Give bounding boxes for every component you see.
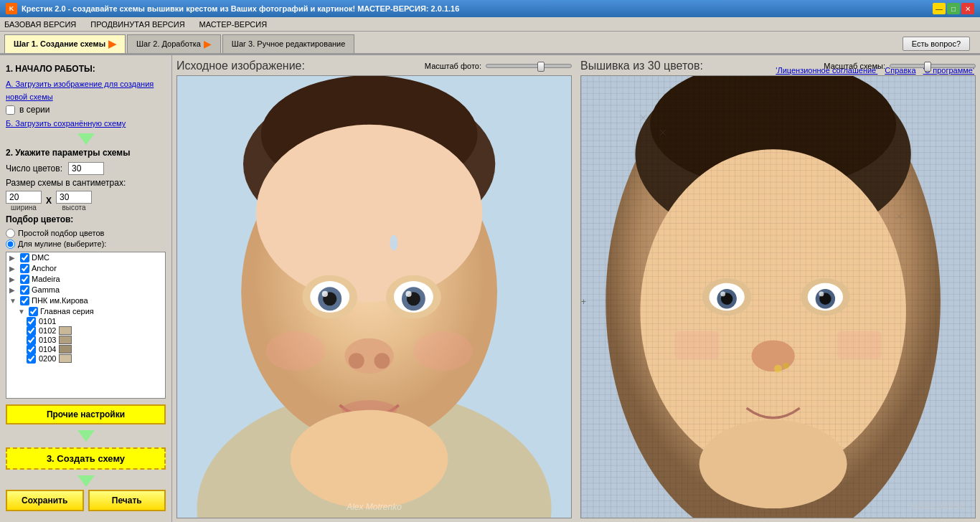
tab-step3-label: Шаг 3. Ручное редактирование [232,39,346,48]
dmc-checkbox[interactable] [20,253,29,262]
color-0103-checkbox[interactable] [27,336,36,345]
dmc-label: DMC [32,253,162,262]
size-width-sub: ширина [11,204,37,212]
size-height-input[interactable] [56,191,92,204]
pnk-checkbox[interactable] [20,296,29,305]
baby-photo-svg [177,76,571,518]
color-0102-swatch [59,326,72,335]
tab-arrow-1: ▶ [108,38,116,49]
svg-rect-41 [674,331,719,359]
load-new-anchor[interactable]: А. Загрузить изображение для создания но… [6,80,154,101]
left-slider-thumb[interactable] [537,62,545,72]
svg-point-15 [405,291,411,297]
size-width-input[interactable] [6,191,42,204]
madeira-checkbox[interactable] [20,275,29,284]
colors-count-label: Число цветов: [6,163,62,174]
right-scale-slider[interactable] [890,64,976,68]
menu-advanced-version[interactable]: ПРОДВИНУТАЯ ВЕРСИЯ [90,20,184,29]
thread-brand-madeira[interactable]: ▶ Madeira [6,274,165,285]
gamma-checkbox[interactable] [20,285,29,295]
create-scheme-button[interactable]: 3. Создать схему [6,447,166,470]
print-button[interactable]: Печать [88,490,166,511]
tab-step2[interactable]: Шаг 2. Доработка ▶ [127,34,221,53]
size-x-label: X [46,196,52,206]
color-0101-checkbox[interactable] [27,317,36,326]
step-arrow-1 [77,133,95,145]
minimize-button[interactable]: — [933,3,946,14]
load-saved-link[interactable]: Б. Загрузить сохранённую схему [6,119,126,128]
in-series-label: в серии [19,105,50,115]
plus-marker: + [581,297,586,307]
other-settings-button[interactable]: Прочие настройки [6,404,166,424]
title-bar-controls: — □ ✕ [933,3,974,14]
thread-list[interactable]: ▶ DMC ▶ Anchor ▶ Madeira ▶ Gamma [6,252,166,399]
radio-simple-item[interactable]: Простой подбор цветов [6,229,166,238]
thread-color-0104[interactable]: 0104 [6,345,165,354]
app-icon: K [6,3,17,14]
anchor-checkbox[interactable] [20,264,29,273]
svg-point-39 [819,291,824,296]
tab-step1-label: Шаг 1. Создание схемы [14,39,105,48]
colors-count-input[interactable] [68,162,104,175]
question-button[interactable]: Есть вопрос? [903,37,970,51]
color-0104-swatch [59,345,72,353]
color-0103-code: 0103 [39,336,56,344]
thread-color-0102[interactable]: 0102 [6,326,165,336]
images-container: Исходное изображение: Масштаб фото: [172,55,980,522]
thread-brand-pnk[interactable]: ▼ ПНК им.Кирова [6,295,165,306]
right-slider-thumb[interactable] [924,62,931,72]
thread-color-0101[interactable]: 0101 [6,317,165,326]
step1-title: 1. НАЧАЛО РАБОТЫ: [6,64,166,74]
thread-brand-gamma[interactable]: ▶ Gamma [6,285,165,295]
load-new-link[interactable]: А. Загрузить изображение для создания но… [6,78,166,103]
colors-count-row: Число цветов: [6,162,166,175]
in-series-row: в серии [6,105,166,115]
tab-step1[interactable]: Шаг 1. Создание схемы ▶ [4,34,126,53]
color-0102-checkbox[interactable] [27,326,36,336]
color-0102-code: 0102 [39,326,56,335]
close-button[interactable]: ✕ [961,3,974,14]
left-scale-slider[interactable] [486,64,572,68]
left-image-header: Исходное изображение: Масштаб фото: [176,60,572,72]
menu-master-version[interactable]: МАСТЕР-ВЕРСИЯ [199,20,268,29]
madeira-label: Madeira [32,275,162,283]
pnk-label: ПНК им.Кирова [32,296,162,305]
radio-muline-item[interactable]: Для мулине (выберите): [6,239,166,249]
menu-base-version[interactable]: БАЗОВАЯ ВЕРСИЯ [4,20,76,29]
license-link[interactable]: 'Лицензионное соглашение' [776,66,877,75]
svg-point-38 [720,291,725,296]
menu-bar: БАЗОВАЯ ВЕРСИЯ ПРОДВИНУТАЯ ВЕРСИЯ МАСТЕР… [0,17,980,32]
thread-color-0103[interactable]: 0103 [6,336,165,345]
left-scale-label: Масштаб фото: [425,62,481,70]
step-arrow-3 [77,475,95,487]
thread-brand-anchor[interactable]: ▶ Anchor [6,263,165,274]
size-label: Размер схемы в сантиметрах: [6,178,166,188]
radio-muline[interactable] [6,239,15,249]
color-match-options: Простой подбор цветов Для мулине (выбери… [6,229,166,249]
tab-step2-label: Шаг 2. Доработка [136,39,201,48]
thread-brand-dmc[interactable]: ▶ DMC [6,252,165,263]
gamma-expand: ▶ [9,286,18,294]
thread-series-main[interactable]: ▼ Главная серия [6,306,165,317]
main-series-label: Главная серия [40,307,162,315]
save-button[interactable]: Сохранить [6,490,84,511]
svg-point-5 [256,125,483,302]
thread-color-0200[interactable]: 0200 [6,354,165,364]
right-photo-watermark: FREELOAD.RU [911,502,968,511]
main-series-checkbox[interactable] [29,307,38,316]
in-series-checkbox[interactable] [6,105,15,115]
gamma-label: Gamma [32,285,162,294]
main-series-expand: ▼ [18,308,27,315]
right-image-panel: Вышивка из 30 цветов: Масштаб схемы: [576,55,980,522]
radio-simple[interactable] [6,229,15,238]
title-bar-left: K Крестик 2.0 - создавайте схемы вышивки… [6,3,459,14]
color-0200-checkbox[interactable] [27,354,36,364]
right-image-title: Вышивка из 30 цветов: [580,60,703,72]
tab-arrow-2: ▶ [204,38,212,49]
maximize-button[interactable]: □ [947,3,960,14]
color-0103-swatch [59,336,72,344]
tab-step3[interactable]: Шаг 3. Ручное редактирование [222,34,355,53]
color-0104-checkbox[interactable] [27,345,36,354]
right-image-frame: + FREELOAD.RU [580,75,976,518]
dmc-expand: ▶ [9,254,18,262]
